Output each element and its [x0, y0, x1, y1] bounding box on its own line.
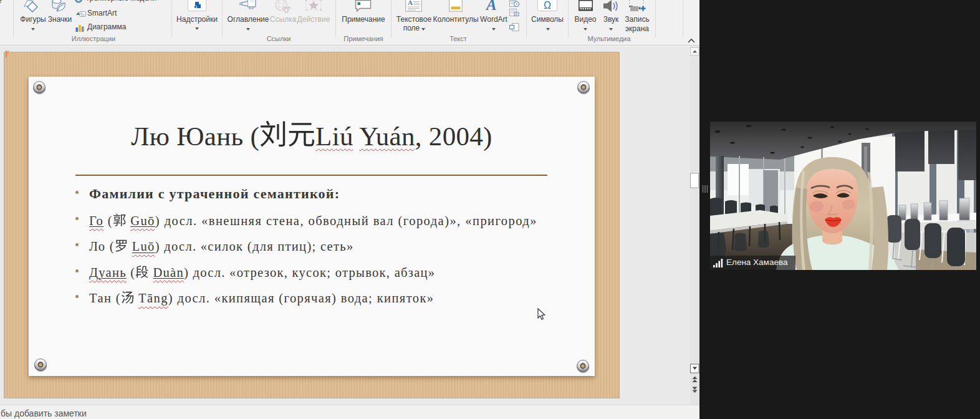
- svg-text:A: A: [486, 0, 497, 12]
- svg-text:Ω: Ω: [544, 0, 551, 11]
- svg-text:A: A: [408, 0, 413, 6]
